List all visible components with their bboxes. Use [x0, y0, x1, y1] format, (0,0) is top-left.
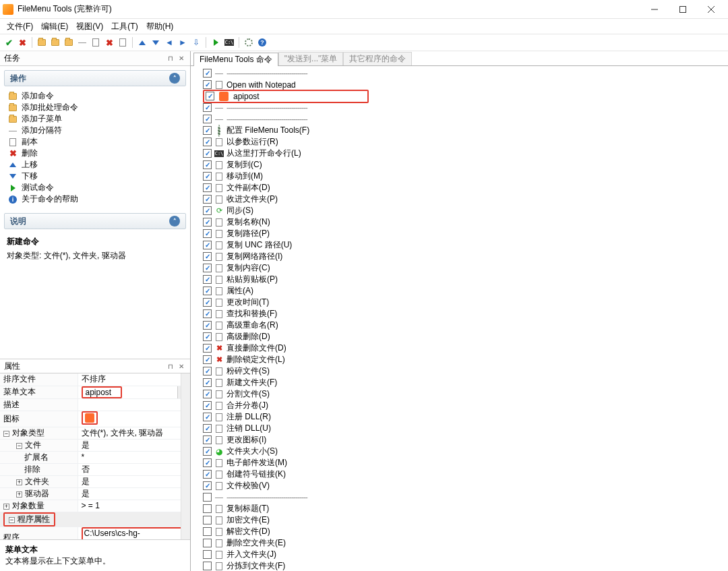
- collapse-toggle[interactable]: −: [16, 443, 22, 449]
- checkbox[interactable]: [203, 298, 212, 307]
- operation-item[interactable]: 添加子菜单: [4, 113, 186, 125]
- tb-move-up[interactable]: [136, 36, 148, 49]
- checkbox[interactable]: [203, 527, 212, 536]
- menu-edit[interactable]: 编辑(E): [37, 20, 72, 34]
- tree-item[interactable]: 注销 DLL(U): [195, 423, 727, 434]
- tree-item[interactable]: C:\从这里打开命令行(L): [195, 148, 727, 159]
- prop-objtype-value[interactable]: 文件(*), 文件夹, 驱动器: [78, 427, 190, 439]
- tree-item[interactable]: 加密文件(E): [195, 514, 727, 526]
- tree-item[interactable]: 收进文件夹(P): [195, 193, 727, 205]
- operation-item[interactable]: 下移: [4, 171, 186, 182]
- tree-item[interactable]: 并入文件夹(J): [195, 549, 727, 560]
- tree-item[interactable]: 解密文件(D): [195, 526, 727, 537]
- operation-item[interactable]: 添加命令: [4, 90, 186, 102]
- operation-item[interactable]: i关于命令的帮助: [4, 193, 186, 205]
- tree-item[interactable]: 分拣到文件夹(F): [195, 560, 727, 571]
- prop-drive-value[interactable]: 是: [78, 487, 190, 500]
- checkbox[interactable]: [203, 309, 212, 318]
- checkbox[interactable]: [203, 470, 212, 479]
- prop-objcount-value[interactable]: > = 1: [78, 500, 190, 512]
- tree-item[interactable]: ⟳同步(S): [195, 205, 727, 216]
- menu-file[interactable]: 文件(F): [3, 20, 37, 34]
- checkbox[interactable]: [203, 562, 212, 570]
- checkbox[interactable]: [203, 172, 212, 181]
- operation-item[interactable]: 测试命令: [4, 182, 186, 193]
- checkbox[interactable]: [203, 413, 212, 421]
- checkbox[interactable]: [203, 447, 212, 456]
- checkbox[interactable]: [203, 275, 212, 284]
- tree-item[interactable]: 文件校验(V): [195, 480, 727, 491]
- operation-item[interactable]: ✖删除: [4, 148, 186, 159]
- prop-icon-value[interactable]: [78, 411, 190, 427]
- tree-item[interactable]: ✖直接删除文件(D): [195, 342, 727, 354]
- checkbox[interactable]: [203, 390, 212, 398]
- minimize-button[interactable]: [640, 0, 669, 18]
- checkbox[interactable]: [203, 149, 212, 158]
- tb-move-left[interactable]: ◄: [163, 36, 175, 49]
- tree-item[interactable]: 复制 UNC 路径(U): [195, 239, 727, 251]
- tree-item[interactable]: 电子邮件发送(M): [195, 457, 727, 469]
- tb-add-separator[interactable]: —: [76, 36, 88, 49]
- tb-help[interactable]: ?: [256, 36, 268, 49]
- collapse-toggle[interactable]: −: [3, 431, 9, 437]
- tb-move-right[interactable]: ►: [177, 36, 189, 49]
- tab-filemenu-commands[interactable]: FileMenu Tools 命令: [193, 53, 278, 66]
- tb-add-submenu[interactable]: [63, 36, 75, 49]
- tb-copy[interactable]: [90, 36, 102, 49]
- checkbox[interactable]: [203, 539, 212, 547]
- checkbox[interactable]: [203, 195, 212, 204]
- tree-item[interactable]: 复制到(C): [195, 159, 727, 171]
- collapse-toggle[interactable]: −: [9, 517, 15, 523]
- prop-file-value[interactable]: 是: [78, 439, 190, 451]
- tb-run[interactable]: [210, 36, 222, 49]
- expand-toggle[interactable]: +: [3, 504, 9, 510]
- tree-item[interactable]: 移动到(M): [195, 171, 727, 182]
- checkbox[interactable]: [203, 264, 212, 272]
- tree-item[interactable]: 文件副本(D): [195, 182, 727, 193]
- checkbox[interactable]: [203, 458, 212, 467]
- close-panel-icon[interactable]: ✕: [177, 54, 186, 63]
- properties-scrollbar[interactable]: [181, 373, 190, 539]
- tree-item[interactable]: 复制网络路径(I): [195, 251, 727, 262]
- tree-item[interactable]: 高级重命名(R): [195, 320, 727, 331]
- checkbox[interactable]: [206, 92, 214, 100]
- tree-item[interactable]: 复制内容(C): [195, 262, 727, 274]
- tb-settings[interactable]: [243, 36, 255, 49]
- tree-item[interactable]: 复制路径(P): [195, 228, 727, 239]
- menu-view[interactable]: 视图(V): [72, 20, 107, 34]
- tree-item[interactable]: ◕文件夹大小(S): [195, 446, 727, 457]
- tree-item[interactable]: 高级删除(D): [195, 331, 727, 342]
- checkbox[interactable]: [203, 367, 212, 375]
- tree-item[interactable]: 分割文件(S): [195, 388, 727, 400]
- tb-edit[interactable]: [117, 36, 129, 49]
- checkbox[interactable]: [203, 160, 212, 169]
- checkbox[interactable]: [203, 252, 212, 261]
- expand-toggle[interactable]: +: [16, 491, 22, 498]
- checkbox[interactable]: [203, 241, 212, 249]
- checkbox[interactable]: [203, 424, 212, 433]
- checkbox[interactable]: [203, 355, 212, 364]
- operation-item[interactable]: —添加分隔符: [4, 125, 186, 136]
- prop-menutext-value[interactable]: apipost …: [78, 386, 190, 398]
- tree-item[interactable]: 属性(A): [195, 285, 727, 297]
- expand-toggle[interactable]: +: [16, 479, 22, 485]
- autohide-icon[interactable]: ⊓: [166, 54, 175, 63]
- prop-exclude-value[interactable]: 否: [78, 463, 190, 475]
- checkbox[interactable]: [203, 344, 212, 353]
- autohide-icon[interactable]: ⊓: [166, 361, 175, 371]
- checkbox[interactable]: [203, 287, 212, 295]
- tb-add-batch[interactable]: [49, 36, 61, 49]
- tree-separator[interactable]: —---------------------------------------…: [195, 102, 727, 113]
- tb-delete[interactable]: ✖: [103, 36, 115, 49]
- maximize-button[interactable]: [669, 0, 697, 18]
- checkbox[interactable]: [203, 435, 212, 444]
- tree-item[interactable]: 更改图标(I): [195, 434, 727, 446]
- command-tree[interactable]: —---------------------------------------…: [191, 66, 728, 571]
- prop-desc-value[interactable]: [78, 398, 190, 411]
- checkbox[interactable]: [203, 550, 212, 559]
- tree-item[interactable]: 更改时间(T): [195, 297, 727, 308]
- checkbox[interactable]: [203, 516, 212, 524]
- tb-add-cmd[interactable]: [36, 36, 48, 49]
- checkbox[interactable]: [203, 115, 212, 123]
- tab-sendto-menu[interactable]: "发送到..."菜单: [278, 52, 344, 65]
